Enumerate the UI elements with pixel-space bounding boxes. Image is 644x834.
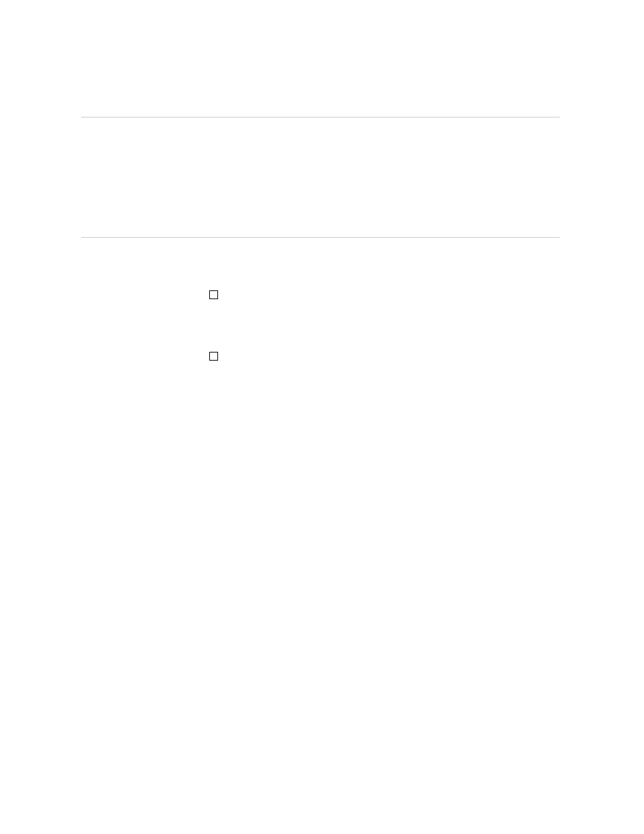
divider-2	[81, 237, 560, 238]
checkbox-1[interactable]	[209, 290, 218, 299]
divider-1	[81, 117, 560, 118]
checkbox-2[interactable]	[209, 352, 218, 361]
